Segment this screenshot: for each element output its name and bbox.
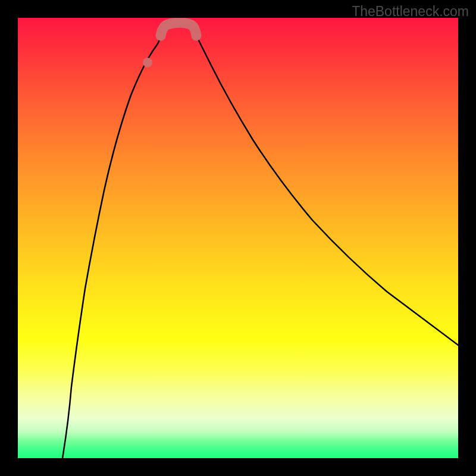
curve-layer <box>18 18 458 458</box>
plot-area <box>18 18 458 458</box>
trough-marker-path <box>161 23 196 36</box>
left-branch-curve <box>62 36 161 458</box>
right-branch-curve <box>196 36 458 345</box>
watermark-text: TheBottleneck.com <box>352 4 469 20</box>
chart-frame: TheBottleneck.com <box>0 0 476 476</box>
trough-marker-dot <box>143 58 152 67</box>
